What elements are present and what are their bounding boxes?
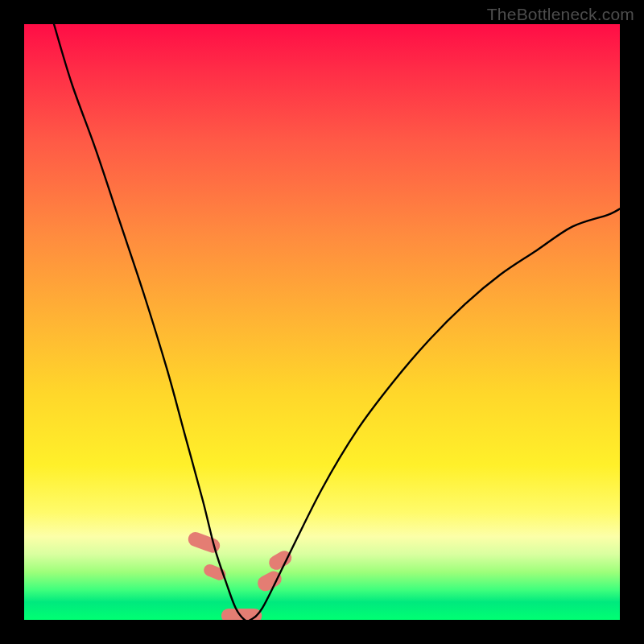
plot-area (24, 24, 620, 620)
chart-svg (24, 24, 620, 620)
bottleneck-curve (54, 24, 620, 620)
chart-frame: TheBottleneck.com (0, 0, 644, 644)
left-marker-b (202, 563, 228, 582)
watermark-text: TheBottleneck.com (487, 5, 634, 24)
